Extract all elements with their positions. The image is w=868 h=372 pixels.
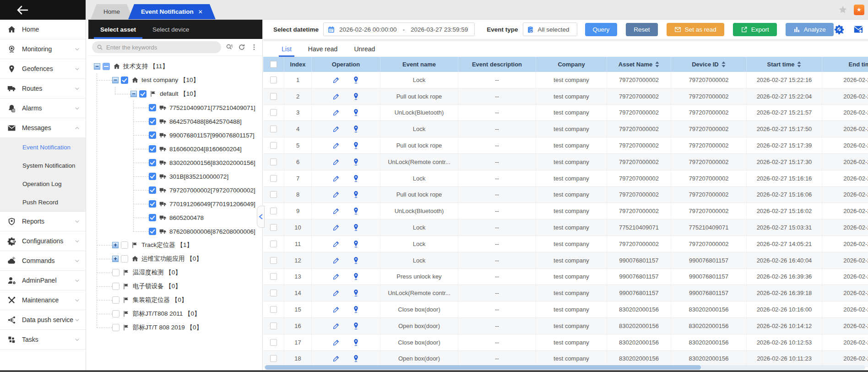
gear-search-icon[interactable] (834, 24, 844, 34)
tree-checkbox[interactable] (149, 200, 156, 208)
sidebar-item-messages[interactable]: Messages (0, 118, 86, 138)
kebab-menu-icon[interactable] (250, 44, 258, 51)
close-tab-icon[interactable]: ✕ (198, 9, 203, 15)
tree-node[interactable]: 部标JT/T 808 2019 【0】 (88, 321, 262, 334)
row-checkbox[interactable] (270, 142, 277, 149)
row-checkbox[interactable] (270, 175, 277, 182)
favorite-star-icon[interactable] (838, 5, 847, 14)
tree-checkbox[interactable] (149, 214, 156, 221)
locate-icon[interactable] (352, 306, 360, 313)
edit-icon[interactable] (332, 224, 340, 231)
sidebar-subitem-push-record[interactable]: Push Record (0, 193, 86, 211)
tree-node[interactable]: +运维宝功能应用 【0】 (88, 252, 262, 266)
locate-icon[interactable] (352, 76, 360, 84)
window-tab-event-notification[interactable]: Event Notification✕ (128, 4, 216, 19)
sidebar-item-configurations[interactable]: Configurations (0, 231, 86, 251)
row-checkbox[interactable] (270, 126, 277, 132)
table-row[interactable]: 14UnLock(Remote contr...--test company99… (263, 285, 868, 301)
tree-checkbox[interactable] (149, 118, 156, 125)
sidebar-item-data-push-service[interactable]: Data push service (0, 310, 86, 330)
tree-node[interactable]: 8642570488[8642570488] (88, 115, 262, 128)
locate-icon[interactable] (352, 142, 360, 149)
locate-icon[interactable] (352, 289, 360, 297)
column-header-start-time[interactable]: Start time (747, 57, 822, 72)
row-checkbox[interactable] (270, 224, 277, 231)
event-type-select[interactable]: All selected (523, 22, 577, 36)
analyze-button[interactable]: Analyze (786, 23, 834, 36)
tree-node[interactable]: 797207000002[797207000002] (88, 183, 262, 197)
tree-node[interactable]: 部标JT/T808 2011 【0】 (88, 307, 262, 321)
window-tab-home[interactable]: Home (91, 4, 133, 19)
row-checkbox[interactable] (270, 241, 277, 247)
row-checkbox[interactable] (270, 159, 277, 165)
edit-icon[interactable] (332, 191, 340, 198)
edit-icon[interactable] (332, 289, 340, 297)
tree-node[interactable]: 8605200478 (88, 211, 262, 224)
edit-icon[interactable] (332, 322, 340, 330)
sidebar-item-adminpanel[interactable]: AdminPanel (0, 271, 86, 290)
collapse-toggle-icon[interactable]: − (130, 91, 137, 97)
tree-node[interactable]: 8160600204[8160600204] (88, 142, 262, 156)
table-row[interactable]: 9UnLock(Bluetooth)--test company79720700… (263, 203, 868, 219)
tree-node[interactable]: 770191206049[770191206049] (88, 197, 262, 211)
locate-icon[interactable] (352, 207, 360, 215)
edit-icon[interactable] (332, 93, 340, 100)
locate-icon[interactable] (352, 322, 360, 330)
row-checkbox[interactable] (270, 257, 277, 264)
sidebar-item-alarms[interactable]: Alarms (0, 98, 86, 118)
expand-toggle-icon[interactable]: + (112, 256, 119, 262)
tree-checkbox[interactable] (112, 283, 119, 290)
sidebar-item-geofences[interactable]: Geofences (0, 59, 86, 79)
edit-icon[interactable] (332, 257, 340, 264)
orange-app-icon[interactable]: ★ (854, 5, 864, 15)
table-row[interactable]: 12Lock--test company99007680115799007680… (263, 252, 868, 269)
edit-icon[interactable] (332, 142, 340, 149)
list-tab-unread[interactable]: Unread (354, 45, 375, 57)
locate-icon[interactable] (352, 158, 360, 166)
tree-checkbox[interactable] (149, 131, 156, 139)
locate-icon[interactable] (352, 109, 360, 116)
row-checkbox[interactable] (270, 273, 277, 280)
tree-node[interactable]: −test company 【10】 (88, 73, 262, 87)
table-row[interactable]: 10Lock--test company77521040907177521040… (263, 219, 868, 236)
tree-checkbox[interactable] (103, 63, 110, 70)
collapse-tree-handle[interactable] (257, 206, 265, 228)
edit-icon[interactable] (332, 306, 340, 313)
back-arrow-icon[interactable] (16, 5, 28, 15)
tree-checkbox[interactable] (149, 159, 156, 166)
keywords-input[interactable] (106, 44, 217, 51)
table-row[interactable]: 6UnLock(Remote contr...--test company797… (263, 154, 868, 170)
row-checkbox[interactable] (270, 355, 277, 362)
sidebar-item-monitoring[interactable]: Monitoring (0, 39, 86, 59)
tree-checkbox[interactable] (121, 241, 128, 249)
list-tab-list[interactable]: List (282, 45, 292, 57)
tree-checkbox[interactable] (121, 255, 128, 263)
export-button[interactable]: Export (733, 23, 777, 36)
edit-icon[interactable] (332, 240, 340, 248)
table-row[interactable]: 3UnLock(Bluetooth)--test company79720700… (263, 105, 868, 121)
table-row[interactable]: 16Open box(door)--test company8302020001… (263, 318, 868, 334)
expand-toggle-icon[interactable]: + (112, 242, 119, 248)
table-row[interactable]: 7Lock--test company797207000002797207000… (263, 170, 868, 187)
tree-node[interactable]: 集装箱定位器 【0】 (88, 293, 262, 307)
tree-checkbox[interactable] (139, 90, 146, 98)
sidebar-item-home[interactable]: Home (0, 20, 86, 39)
sort-icon[interactable] (655, 61, 659, 67)
tree-node[interactable]: 电子锁设备 【0】 (88, 279, 262, 293)
tree-checkbox[interactable] (121, 77, 128, 84)
row-checkbox[interactable] (270, 93, 277, 100)
row-checkbox[interactable] (270, 306, 277, 313)
list-tab-have-read[interactable]: Have read (308, 45, 338, 57)
tree-node[interactable]: 876208000006[876208000006] (88, 224, 262, 238)
row-checkbox[interactable] (270, 323, 277, 329)
sidebar-subitem-event-notification[interactable]: Event Notification (0, 138, 86, 156)
table-row[interactable]: 8Pull out lock rope--test company7972070… (263, 187, 868, 203)
locate-icon[interactable] (352, 224, 360, 231)
locate-icon[interactable] (352, 257, 360, 264)
tree-node[interactable]: 830202000156[830202000156] (88, 156, 262, 170)
sidebar-subitem-system-notification[interactable]: System Notification (0, 156, 86, 175)
tree-node[interactable]: 温湿度检测 【0】 (88, 266, 262, 279)
table-row[interactable]: 11Lock--test company79720700000279720700… (263, 236, 868, 252)
tree-node[interactable]: 990076801157[990076801157] (88, 128, 262, 142)
locate-icon[interactable] (352, 175, 360, 182)
